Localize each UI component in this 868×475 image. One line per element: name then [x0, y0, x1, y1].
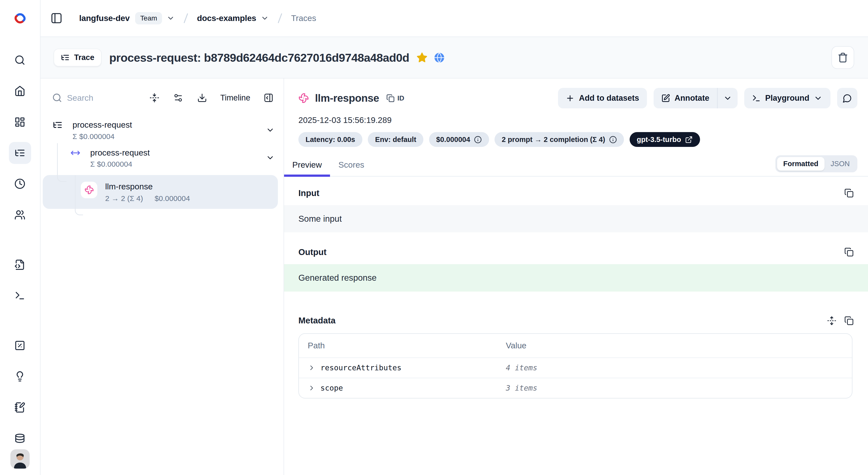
- rail-sessions-button[interactable]: [9, 173, 31, 195]
- cost-badge[interactable]: $0.000004: [429, 132, 489, 147]
- view-formatted-option[interactable]: Formatted: [777, 157, 825, 170]
- tree-node-cost: $0.000004: [155, 194, 190, 203]
- preview-body: Input Some input Output Generated respon…: [284, 177, 868, 475]
- span-arrows-icon: [70, 148, 80, 158]
- annotate-split-button: Annotate: [654, 88, 738, 108]
- tree-toolbar: Timeline: [40, 88, 284, 108]
- column-header-value: Value: [506, 341, 526, 350]
- tab-preview[interactable]: Preview: [284, 157, 330, 176]
- token-usage-label: 2 prompt → 2 completion (Σ 4): [502, 135, 605, 144]
- tree-node-tokens: 2 → 2 (Σ 4): [105, 194, 143, 203]
- project-switcher-button[interactable]: [260, 14, 269, 23]
- breadcrumb-organization[interactable]: langfuse-dev: [79, 13, 130, 23]
- rail-search-button[interactable]: [9, 49, 31, 71]
- copy-icon: [844, 188, 854, 198]
- delete-trace-button[interactable]: [832, 46, 854, 69]
- collapse-node-button[interactable]: [266, 153, 275, 162]
- copy-icon: [844, 247, 854, 257]
- observation-tree: process-request Σ $0.000004 process-requ…: [40, 120, 284, 209]
- dashboard-icon: [14, 117, 26, 128]
- list-tree-icon: [53, 120, 62, 130]
- trace-type-badge: Trace: [54, 49, 101, 66]
- rail-prompts-button[interactable]: [9, 254, 31, 276]
- latency-badge-label: Latency: 0.00s: [306, 135, 355, 144]
- timeline-toggle[interactable]: Timeline: [220, 93, 250, 102]
- tree-search-input[interactable]: [67, 93, 128, 103]
- output-section-title: Output: [299, 247, 327, 257]
- chevron-down-icon: [266, 153, 275, 162]
- expand-metadata-button[interactable]: [827, 316, 836, 325]
- sidebar-toggle-button[interactable]: [51, 12, 62, 24]
- tree-node-label: process-request: [73, 120, 132, 130]
- copy-icon: [844, 316, 854, 325]
- trace-tree-panel: Timeline process-request Σ $0.000004: [40, 78, 284, 475]
- rail-home-button[interactable]: [9, 80, 31, 102]
- view-json-option[interactable]: JSON: [825, 157, 856, 170]
- copy-input-button[interactable]: [844, 188, 854, 198]
- chevron-right-icon: [308, 364, 315, 372]
- breadcrumb-traces-link[interactable]: Traces: [291, 13, 316, 23]
- panel-collapse-icon: [264, 93, 274, 103]
- input-section-title: Input: [299, 188, 319, 198]
- model-badge[interactable]: gpt-3.5-turbo: [630, 132, 700, 147]
- download-button[interactable]: [197, 93, 207, 103]
- bookmark-star-icon[interactable]: [416, 52, 428, 63]
- rail-tracing-button[interactable]: [9, 142, 31, 164]
- comments-button[interactable]: [837, 88, 858, 108]
- collapse-tree-panel-button[interactable]: [264, 93, 274, 103]
- download-icon: [197, 93, 207, 103]
- rail-datasets-button[interactable]: [9, 428, 31, 450]
- avatar-image: [10, 449, 30, 469]
- icon-rail: [0, 0, 40, 475]
- rail-insights-button[interactable]: [9, 366, 31, 388]
- output-content: Generated response: [284, 264, 868, 291]
- observation-actions: Add to datasets Annotate P: [558, 88, 858, 108]
- token-usage-badge[interactable]: 2 prompt → 2 completion (Σ 4): [495, 132, 624, 147]
- rail-evaluation-button[interactable]: [9, 334, 31, 356]
- breadcrumb-project[interactable]: docs-examples: [197, 13, 256, 23]
- copy-output-button[interactable]: [844, 247, 854, 257]
- rail-users-button[interactable]: [9, 204, 31, 226]
- main-column: langfuse-dev Team docs-examples Traces T…: [40, 0, 868, 475]
- collapse-node-button[interactable]: [266, 126, 275, 134]
- annotate-button[interactable]: Annotate: [654, 88, 717, 108]
- collapse-all-button[interactable]: [150, 93, 159, 103]
- input-content: Some input: [284, 205, 868, 232]
- chevron-down-icon: [260, 14, 269, 23]
- top-navigation-bar: langfuse-dev Team docs-examples Traces: [40, 0, 868, 37]
- tree-node-cost: Σ $0.000004: [40, 160, 284, 168]
- copy-icon: [386, 94, 395, 102]
- copy-id-button[interactable]: ID: [386, 94, 404, 102]
- copy-metadata-button[interactable]: [844, 316, 854, 325]
- expand-row-button[interactable]: [308, 364, 315, 372]
- metadata-row: scope 3 items: [299, 378, 852, 398]
- chevron-down-icon: [814, 94, 823, 103]
- playground-button[interactable]: Playground: [744, 88, 831, 108]
- tab-scores[interactable]: Scores: [330, 157, 372, 176]
- observation-title: llm-response: [315, 92, 379, 104]
- latency-badge: Latency: 0.00s: [299, 132, 362, 147]
- langfuse-logo[interactable]: [12, 0, 28, 37]
- annotate-dropdown-button[interactable]: [718, 88, 738, 108]
- tree-node-span[interactable]: process-request Σ $0.000004: [40, 148, 284, 168]
- add-to-datasets-label: Add to datasets: [579, 94, 639, 103]
- observation-detail-panel: llm-response ID Add to datasets: [284, 78, 868, 475]
- observation-timestamp: 2025-12-03 15:56:19.289: [284, 116, 868, 125]
- rail-annotation-button[interactable]: [9, 396, 31, 418]
- rail-playground-button[interactable]: [9, 285, 31, 307]
- user-avatar[interactable]: [10, 449, 30, 469]
- tree-node-label: process-request: [90, 148, 150, 158]
- public-globe-icon[interactable]: [434, 52, 445, 63]
- add-to-datasets-button[interactable]: Add to datasets: [558, 88, 647, 108]
- organization-switcher-button[interactable]: [166, 14, 175, 23]
- tree-node-trace[interactable]: process-request Σ $0.000004: [40, 120, 284, 140]
- users-icon: [14, 209, 26, 220]
- info-icon: [474, 136, 482, 144]
- rail-nav: [9, 49, 31, 449]
- notebook-pen-icon: [14, 402, 26, 413]
- edit-pencil-icon: [661, 94, 670, 103]
- rail-dashboard-button[interactable]: [9, 111, 31, 133]
- tree-settings-button[interactable]: [173, 93, 183, 103]
- trace-header-bar: Trace process-request: b8789d62464dc7627…: [40, 37, 868, 78]
- expand-row-button[interactable]: [308, 384, 315, 392]
